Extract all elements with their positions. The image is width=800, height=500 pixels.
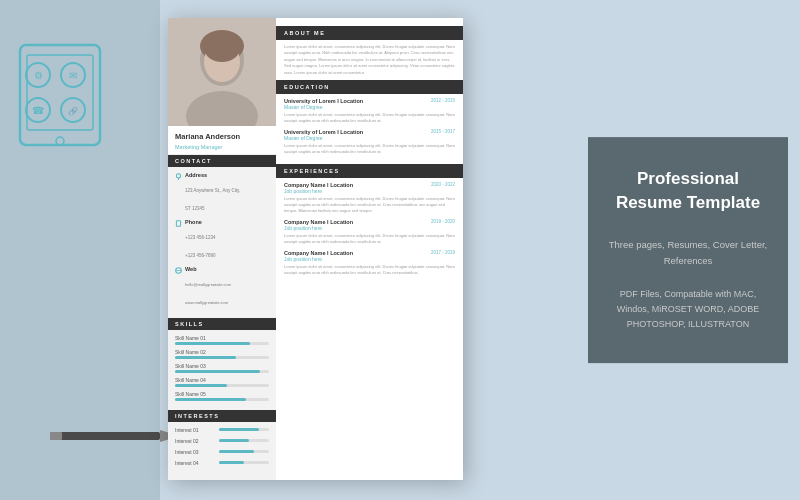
svg-text:✉: ✉: [69, 70, 77, 81]
edu-text-1: Lorem ipsum dolor sit amet, consectetur …: [284, 112, 455, 124]
exp-item-2: Company Name I Location 2019 - 2020 Job …: [284, 219, 455, 245]
resume-title: Marketing Manager: [175, 144, 269, 150]
svg-text:☎: ☎: [32, 105, 44, 116]
web-value: hello@reallygreatsite.comwww.reallygreat…: [185, 282, 231, 305]
phone-label: Phone: [185, 219, 215, 225]
contact-header: CONTACT: [168, 155, 276, 167]
edu-dates-2: 2015 - 2017: [431, 129, 455, 134]
exp-text-2: Lorem ipsum dolor sit amet, consectetur …: [284, 233, 455, 245]
skill-name-2: Skill Name 02: [175, 349, 269, 355]
interest-label-3: Interest 03: [175, 449, 215, 455]
pen-decoration: [50, 426, 180, 450]
skill-item-3: Skill Name 03: [175, 363, 269, 373]
skill-item-1: Skill Name 01: [175, 335, 269, 345]
svg-rect-22: [176, 220, 180, 226]
interest-item-2: Interest 02: [175, 438, 269, 444]
svg-rect-11: [50, 432, 160, 440]
resume-name-block: Mariana Anderson Marketing Manager: [168, 126, 276, 155]
skills-section: Skill Name 01 Skill Name 02 Skill Name 0…: [168, 330, 276, 410]
edu-item-2: University of Lorem I Location 2015 - 20…: [284, 129, 455, 155]
exp-text-1: Lorem ipsum dolor sit amet, consectetur …: [284, 196, 455, 214]
skill-name-1: Skill Name 01: [175, 335, 269, 341]
address-label: Address: [185, 172, 240, 178]
contact-section: Address 123 Anywhere St., Any City,ST 12…: [168, 167, 276, 318]
resume-main-content: ABOUT ME Lorem ipsum dolor sit amet, con…: [276, 18, 463, 480]
interests-header: INTERESTS: [168, 410, 276, 422]
exp-dates-3: 2017 - 2019: [431, 250, 455, 255]
about-me-content: Lorem ipsum dolor sit amet, consectetur …: [276, 40, 463, 80]
experiences-content: Company Name I Location 2020 - 2022 Job …: [276, 178, 463, 285]
contact-address: Address 123 Anywhere St., Any City,ST 12…: [175, 172, 269, 214]
interest-item-1: Interest 01: [175, 427, 269, 433]
right-info-panel: Professional Resume Template Three pages…: [588, 137, 788, 363]
skill-name-5: Skill Name 05: [175, 391, 269, 397]
resume-photo-container: [168, 18, 276, 126]
skill-item-4: Skill Name 04: [175, 377, 269, 387]
exp-item-1: Company Name I Location 2020 - 2022 Job …: [284, 182, 455, 214]
interest-item-3: Interest 03: [175, 449, 269, 455]
edu-dates-1: 2012 - 2015: [431, 98, 455, 103]
svg-rect-13: [50, 432, 62, 440]
education-header: EDUCATION: [276, 80, 463, 94]
web-icon: [175, 267, 182, 274]
phone-icon: [175, 220, 182, 227]
skill-name-3: Skill Name 03: [175, 363, 269, 369]
skill-name-4: Skill Name 04: [175, 377, 269, 383]
exp-position-2: Job position here: [284, 225, 455, 231]
education-content: University of Lorem I Location 2012 - 20…: [276, 94, 463, 164]
edu-degree-2: Master of Degree: [284, 135, 455, 141]
experiences-header: EXPERIENCES: [276, 164, 463, 178]
edu-text-2: Lorem ipsum dolor sit amet, consectetur …: [284, 143, 455, 155]
svg-text:⚙: ⚙: [34, 70, 43, 81]
about-me-header: ABOUT ME: [276, 26, 463, 40]
resume-sidebar: Mariana Anderson Marketing Manager CONTA…: [168, 18, 276, 480]
resume-document: Mariana Anderson Marketing Manager CONTA…: [168, 18, 463, 480]
interest-label-1: Interest 01: [175, 427, 215, 433]
svg-text:🔗: 🔗: [68, 106, 78, 116]
exp-position-1: Job position here: [284, 188, 455, 194]
skill-item-2: Skill Name 02: [175, 349, 269, 359]
right-panel-title: Professional Resume Template: [608, 167, 768, 215]
address-icon: [175, 173, 182, 180]
svg-point-19: [204, 34, 240, 62]
web-label: Web: [185, 266, 231, 272]
about-me-text: Lorem ipsum dolor sit amet, consectetur …: [284, 44, 455, 76]
contact-phone: Phone +123 456-1234+123 456-7890: [175, 219, 269, 261]
contact-web: Web hello@reallygreatsite.comwww.reallyg…: [175, 266, 269, 308]
exp-item-3: Company Name I Location 2017 - 2019 Job …: [284, 250, 455, 276]
interests-section: Interest 01 Interest 02 Interest 03 Inte…: [168, 422, 276, 476]
exp-dates-1: 2020 - 2022: [431, 182, 455, 187]
right-panel-description-1: Three pages, Resumes, Cover Letter, Refe…: [608, 237, 768, 269]
address-value: 123 Anywhere St., Any City,ST 12345: [185, 188, 240, 211]
skills-header: SKILLS: [168, 318, 276, 330]
edu-degree-1: Master of Degree: [284, 104, 455, 110]
edu-item-1: University of Lorem I Location 2012 - 20…: [284, 98, 455, 124]
left-deco-icons: ⚙ ✉ ☎ 🔗: [18, 55, 93, 149]
exp-dates-2: 2019 - 2020: [431, 219, 455, 224]
phone-value: +123 456-1234+123 456-7890: [185, 235, 215, 258]
exp-text-3: Lorem ipsum dolor sit amet, consectetur …: [284, 264, 455, 276]
resume-name: Mariana Anderson: [175, 132, 269, 142]
interest-label-4: Interest 04: [175, 460, 215, 466]
skill-item-5: Skill Name 05: [175, 391, 269, 401]
right-panel-description-2: PDF Files, Compatable with MAC, Windos, …: [608, 287, 768, 333]
svg-point-20: [176, 173, 180, 177]
interest-label-2: Interest 02: [175, 438, 215, 444]
interest-item-4: Interest 04: [175, 460, 269, 466]
exp-position-3: Job position here: [284, 256, 455, 262]
